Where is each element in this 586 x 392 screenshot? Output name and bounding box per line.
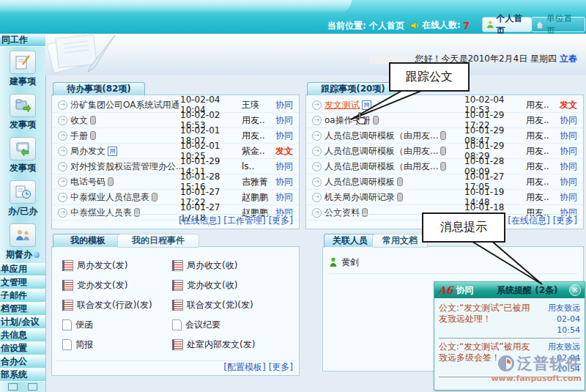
sidebar-item-new[interactable]: 建事项 xyxy=(0,47,45,90)
item-type[interactable]: 协同 xyxy=(558,130,577,142)
layout-icon[interactable] xyxy=(28,383,37,391)
table-row[interactable]: → 机关局办调研记录 10-01-19 14:48 用友.. 协同 xyxy=(306,190,583,205)
template-item[interactable]: 党办发文(发) xyxy=(62,275,172,295)
item-title[interactable]: 电话号码 xyxy=(70,176,180,188)
tab-todo[interactable]: 待办事项(82项) xyxy=(53,82,145,96)
minimize-icon[interactable] xyxy=(8,383,18,391)
item-type[interactable]: 协同 xyxy=(274,99,293,111)
unit-home-button[interactable]: 单位首页 xyxy=(531,17,585,32)
sidebar-item-office[interactable]: 合办公 xyxy=(0,355,45,369)
doc-icon xyxy=(172,319,182,330)
item-type[interactable]: 协同 xyxy=(274,191,293,204)
item-title[interactable]: 人员信息调研模板（由用友... xyxy=(324,160,464,173)
table-row[interactable]: → 收文 10-02-02 16:53 用友.. 协同 xyxy=(52,113,299,128)
item-type[interactable]: 协同 xyxy=(558,114,577,127)
sidebar-item-document[interactable]: 文管理 xyxy=(0,276,45,289)
item-title[interactable]: 机关局办调研记录 xyxy=(324,191,464,204)
template-label: 党办发文(发) xyxy=(77,279,127,292)
sidebar-item-public[interactable]: 共信息 xyxy=(0,329,45,342)
personal-home-button[interactable]: 个人首页 xyxy=(482,17,532,32)
sidebar-item-supervise[interactable]: 期督办 xyxy=(0,220,45,263)
tab-my-templates[interactable]: 我的模板 xyxy=(53,234,123,248)
sidebar-item-plan[interactable]: 计划/会议 xyxy=(0,316,45,329)
item-type[interactable]: 发文 xyxy=(558,99,577,111)
online-info-link[interactable]: [在线信息] xyxy=(508,215,549,227)
template-item[interactable]: 简报 xyxy=(62,335,172,355)
template-item[interactable]: 联合发文(党)(发) xyxy=(172,295,292,315)
online-info-link[interactable]: [在线信息] xyxy=(179,215,220,227)
template-item[interactable]: 局办发文(发) xyxy=(62,256,172,275)
reminder-message[interactable]: 公文:“发文测试”已被用友致远处理！ 用友致远 02-04 10:54 xyxy=(439,300,580,339)
template-item[interactable]: 会议纪要 xyxy=(172,315,292,335)
item-sender: 用友.. xyxy=(526,114,558,127)
attachment-icon xyxy=(397,177,403,186)
sidebar-item-sms[interactable]: 信设置 xyxy=(0,342,45,355)
sidebar-item-pending-send[interactable]: 发事项 xyxy=(0,90,45,133)
more-link[interactable]: [更多] xyxy=(269,361,293,374)
sidebar-header-collab[interactable]: 同工作 xyxy=(0,34,45,47)
item-title[interactable]: 中泰煤业人员表 xyxy=(70,207,180,219)
item-type[interactable]: 协同 xyxy=(274,114,293,127)
table-row[interactable]: → 中泰煤业人员信息表 10-01-27 17:22 赵鹏鹏 协同 xyxy=(52,190,299,205)
table-row[interactable]: → 人员信息调研模板（由用友... 10-01-29 08:29 用友.. 协同 xyxy=(306,144,583,159)
more-link[interactable]: [更多] xyxy=(553,215,577,227)
sidebar-item-todo-done[interactable]: 办/已办 xyxy=(0,177,45,220)
table-row[interactable]: → 局办发文网 10-02-01 10:25 紫金.. 发文 xyxy=(52,144,299,159)
go-arrow-icon: → xyxy=(58,208,67,218)
table-row[interactable]: → 对外投资股权运营管理办公... 10-01-29 14:11 ls.. 协同 xyxy=(52,159,299,174)
sidebar-item-sent[interactable]: 发事项 xyxy=(0,133,45,177)
item-title[interactable]: 人员信息调研模板（由用友... xyxy=(324,130,464,142)
more-link[interactable]: [更多] xyxy=(269,215,293,227)
table-row[interactable]: → 汾矿集团公司OA系统试用通知 10-02-04 10:04 王瑛 协同 xyxy=(52,97,299,113)
item-title[interactable]: 中泰煤业人员信息表 xyxy=(70,191,180,204)
template-item[interactable]: 联合发文(行政)(发) xyxy=(62,295,172,315)
attachment-icon xyxy=(440,131,446,140)
item-type[interactable]: 协同 xyxy=(274,160,293,173)
attachment-icon xyxy=(440,147,446,155)
tab-common-docs[interactable]: 常用文档 xyxy=(372,234,428,248)
item-type[interactable]: 发文 xyxy=(274,145,293,158)
tab-my-schedule[interactable]: 我的日程事件 xyxy=(117,234,199,248)
item-type[interactable]: 协同 xyxy=(558,145,577,158)
item-type[interactable]: 协同 xyxy=(274,130,293,142)
item-type[interactable]: 协同 xyxy=(558,176,577,188)
table-row[interactable]: → 人员信息调研模板 10-01-27 17:05 用友.. 协同 xyxy=(306,174,583,190)
sidebar-item-archive[interactable]: 档管理 xyxy=(0,303,45,316)
template-label: 局办收文(收) xyxy=(187,259,237,272)
table-row[interactable]: → 人员信息调研模板（由用友... 10-01-28 09:09 用友.. 协同 xyxy=(306,159,583,174)
configure-templates-link[interactable]: [配置模板] xyxy=(223,361,265,374)
item-type[interactable]: 协同 xyxy=(558,160,577,173)
table-row[interactable]: → 手册 10-02-01 18:07 用友.. 协同 xyxy=(52,128,299,144)
table-row[interactable]: → 人员信息调研模板（由用友... 10-01-29 08:47 用友.. 协同 xyxy=(306,128,583,144)
item-title[interactable]: 汾矿集团公司OA系统试用通知 xyxy=(70,99,180,111)
doc-icon xyxy=(62,339,72,350)
message-text[interactable]: 公文:“发文测试”已被用友致远处理！ xyxy=(439,303,532,336)
sent-item-icon xyxy=(10,137,36,160)
more-bubble-icon[interactable] xyxy=(34,252,40,258)
sidebar-item-external[interactable]: 部系统 xyxy=(0,369,45,382)
item-type[interactable]: 协同 xyxy=(558,191,577,204)
template-item[interactable]: 便函 xyxy=(62,315,172,335)
work-manage-link[interactable]: [工作管理] xyxy=(223,215,265,227)
close-icon[interactable]: × xyxy=(569,284,581,296)
template-item[interactable]: 党办收文(收) xyxy=(172,275,292,295)
item-title[interactable]: 局办发文网 xyxy=(70,145,180,158)
item-title[interactable]: 手册 xyxy=(70,130,180,142)
sidebar-item-forms[interactable]: 单应用 xyxy=(0,263,45,276)
item-title-text: 对外投资股权运营管理办公... xyxy=(70,160,180,173)
sidebar-item-email[interactable]: 子邮件 xyxy=(0,289,45,303)
template-item[interactable]: 局办收文(收) xyxy=(172,256,292,275)
item-title[interactable]: 对外投资股权运营管理办公... xyxy=(70,160,180,173)
template-item[interactable]: 处室内部发文(发) xyxy=(172,335,292,355)
item-type[interactable]: 协同 xyxy=(274,176,293,188)
solar-term-link[interactable]: 立春 xyxy=(560,53,577,65)
message-sender: 用友致远 xyxy=(548,303,580,313)
go-arrow-icon: → xyxy=(58,131,67,141)
item-title[interactable]: 收文 xyxy=(70,114,180,127)
item-title[interactable]: 人员信息调研模板 xyxy=(324,176,464,188)
item-sender: 用友.. xyxy=(526,191,558,204)
item-title[interactable]: 人员信息调研模板（由用友... xyxy=(324,145,464,158)
tab-related-people[interactable]: 关联人员 xyxy=(324,234,377,248)
attachment-icon xyxy=(108,177,114,186)
table-row[interactable]: → 电话号码 10-01-28 15:16 吉雅菁 协同 xyxy=(52,174,299,190)
